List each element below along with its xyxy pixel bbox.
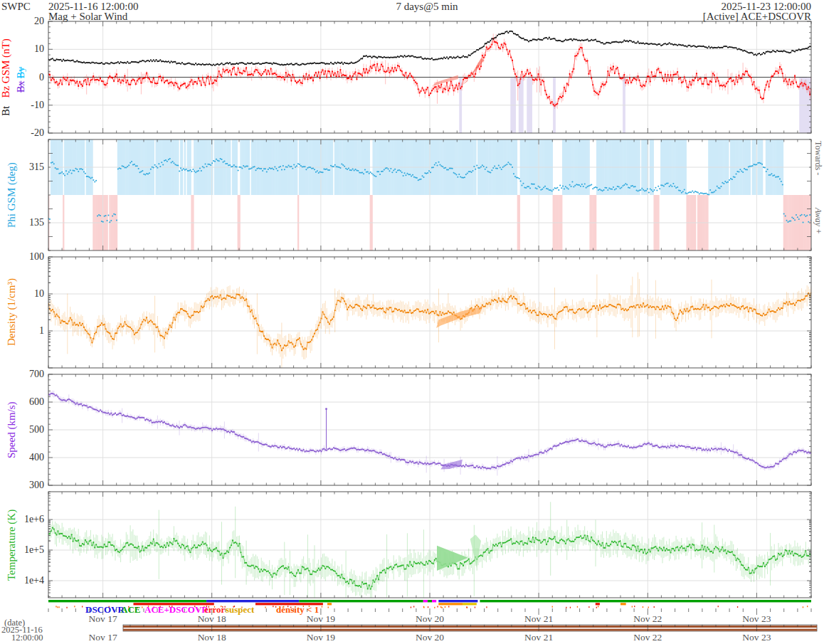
date-label-row2: Nov 17 [89, 632, 117, 643]
ytick-label: 300 [29, 480, 44, 490]
legend-ace: ACE [121, 604, 140, 616]
date-label-row1: Nov 22 [633, 613, 662, 624]
panel-3-grid [48, 374, 811, 485]
context-timeline-bar: Nov 17Nov 18Nov 19Nov 20Nov 21Nov 22Nov … [89, 625, 817, 643]
date-label-row2: Nov 22 [633, 632, 662, 643]
date-label-row2: Nov 18 [198, 632, 226, 643]
legend-ace-dscovr: ACE+DSCOVR [144, 604, 208, 616]
date-label-row2: Nov 23 [742, 632, 771, 643]
date-label-row2: Nov 21 [524, 632, 553, 643]
ytick-label: 0 [39, 72, 44, 83]
axis-origin-time: 12:00:00 [11, 633, 43, 643]
legend-density-lt-1: density < 1 [276, 604, 319, 616]
ytick-label: -10 [31, 100, 44, 110]
ytick-label: 1e+4 [24, 575, 44, 586]
date-label-row2: Nov 20 [416, 632, 444, 643]
date-label-row2: Nov 19 [307, 632, 335, 643]
swpc-solar-wind-plot: SWPC 2025-11-16 12:00:00 7 days@5 min 20… [0, 0, 824, 644]
date-label-row1: Nov 23 [742, 613, 771, 624]
speed-spike [325, 408, 327, 449]
ytick-label: 10 [34, 288, 44, 299]
ytick-label: 700 [29, 369, 44, 379]
event-marker-2 [436, 306, 483, 328]
ytick-label: -20 [31, 127, 44, 138]
legend-dscovr: DSCOVR [85, 604, 125, 616]
chart-canvas: 20100-10-203151351001017006005004003001e… [0, 0, 824, 644]
legend-suspect: suspect [226, 604, 254, 616]
date-label-row1: Nov 21 [524, 613, 553, 624]
event-marker-0 [432, 75, 458, 86]
ytick-label: 315 [29, 162, 44, 172]
ytick-label: 1e+5 [24, 544, 44, 555]
ytick-label: 10 [34, 43, 44, 54]
ytick-label: 20 [34, 16, 44, 26]
legend-error: error [204, 604, 225, 616]
ytick-label: 500 [29, 424, 44, 435]
ytick-label: 1 [39, 325, 44, 336]
ytick-label: 600 [29, 396, 44, 407]
ytick-label: 400 [29, 452, 44, 463]
ytick-label: 100 [29, 251, 44, 262]
date-label-row1: Nov 20 [416, 613, 444, 624]
ytick-label: 135 [29, 217, 44, 228]
ytick-label: 1e+6 [24, 514, 44, 524]
